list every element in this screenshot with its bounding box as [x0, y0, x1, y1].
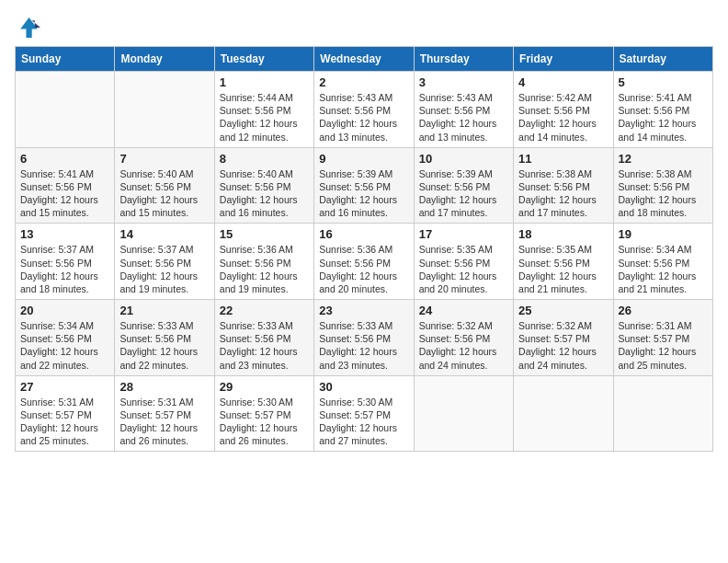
calendar-week-row: 20Sunrise: 5:34 AM Sunset: 5:56 PM Dayli…: [16, 300, 713, 376]
cell-info: Sunrise: 5:37 AM Sunset: 5:56 PM Dayligh…: [20, 243, 109, 295]
day-number: 20: [20, 304, 109, 317]
day-number: 7: [119, 152, 209, 166]
cell-info: Sunrise: 5:43 AM Sunset: 5:56 PM Dayligh…: [419, 91, 508, 144]
day-number: 28: [119, 380, 209, 394]
day-number: 22: [220, 304, 309, 317]
cell-info: Sunrise: 5:31 AM Sunset: 5:57 PM Dayligh…: [119, 396, 209, 448]
cell-info: Sunrise: 5:39 AM Sunset: 5:56 PM Dayligh…: [319, 167, 408, 220]
calendar-cell: 30Sunrise: 5:30 AM Sunset: 5:57 PM Dayli…: [314, 375, 414, 452]
day-number: 23: [319, 304, 408, 317]
cell-info: Sunrise: 5:36 AM Sunset: 5:56 PM Dayligh…: [220, 243, 309, 295]
day-number: 14: [119, 227, 209, 241]
calendar-cell: [514, 375, 613, 452]
calendar-cell: 2Sunrise: 5:43 AM Sunset: 5:56 PM Daylig…: [314, 72, 414, 148]
calendar-cell: 14Sunrise: 5:37 AM Sunset: 5:56 PM Dayli…: [115, 224, 214, 300]
column-header-friday: Friday: [514, 47, 613, 72]
day-number: 4: [518, 75, 608, 89]
calendar-header-row: SundayMondayTuesdayWednesdayThursdayFrid…: [16, 47, 713, 72]
calendar-cell: 22Sunrise: 5:33 AM Sunset: 5:56 PM Dayli…: [214, 300, 313, 376]
calendar-table: SundayMondayTuesdayWednesdayThursdayFrid…: [15, 46, 713, 452]
calendar-cell: 1Sunrise: 5:44 AM Sunset: 5:56 PM Daylig…: [214, 72, 313, 148]
calendar-cell: [115, 72, 214, 148]
day-number: 24: [419, 304, 508, 317]
cell-info: Sunrise: 5:33 AM Sunset: 5:56 PM Dayligh…: [220, 319, 309, 372]
calendar-cell: 21Sunrise: 5:33 AM Sunset: 5:56 PM Dayli…: [115, 300, 214, 376]
day-number: 3: [419, 75, 508, 89]
calendar-cell: 10Sunrise: 5:39 AM Sunset: 5:56 PM Dayli…: [414, 147, 513, 224]
day-number: 1: [220, 75, 309, 89]
cell-info: Sunrise: 5:30 AM Sunset: 5:57 PM Dayligh…: [319, 396, 408, 448]
day-number: 27: [20, 380, 109, 394]
calendar-cell: [414, 375, 513, 452]
calendar-cell: 17Sunrise: 5:35 AM Sunset: 5:56 PM Dayli…: [414, 224, 513, 300]
calendar-cell: 5Sunrise: 5:41 AM Sunset: 5:56 PM Daylig…: [613, 72, 712, 148]
calendar-cell: 9Sunrise: 5:39 AM Sunset: 5:56 PM Daylig…: [314, 147, 414, 224]
column-header-tuesday: Tuesday: [214, 47, 313, 72]
cell-info: Sunrise: 5:32 AM Sunset: 5:56 PM Dayligh…: [419, 319, 508, 372]
column-header-monday: Monday: [115, 47, 214, 72]
day-number: 10: [419, 152, 508, 166]
day-number: 2: [319, 75, 408, 89]
cell-info: Sunrise: 5:34 AM Sunset: 5:56 PM Dayligh…: [619, 243, 708, 295]
day-number: 26: [619, 304, 708, 317]
day-number: 30: [319, 380, 408, 394]
logo: [15, 15, 44, 40]
column-header-sunday: Sunday: [16, 47, 115, 72]
cell-info: Sunrise: 5:41 AM Sunset: 5:56 PM Dayligh…: [619, 91, 708, 144]
cell-info: Sunrise: 5:38 AM Sunset: 5:56 PM Dayligh…: [619, 167, 708, 220]
day-number: 5: [619, 75, 708, 89]
calendar-cell: 20Sunrise: 5:34 AM Sunset: 5:56 PM Dayli…: [16, 300, 115, 376]
cell-info: Sunrise: 5:31 AM Sunset: 5:57 PM Dayligh…: [20, 396, 109, 448]
day-number: 21: [119, 304, 209, 317]
calendar-cell: 28Sunrise: 5:31 AM Sunset: 5:57 PM Dayli…: [115, 375, 214, 452]
day-number: 11: [518, 152, 608, 166]
calendar-cell: 26Sunrise: 5:31 AM Sunset: 5:57 PM Dayli…: [613, 300, 712, 376]
day-number: 6: [20, 152, 109, 166]
cell-info: Sunrise: 5:44 AM Sunset: 5:56 PM Dayligh…: [220, 91, 309, 144]
calendar-cell: 13Sunrise: 5:37 AM Sunset: 5:56 PM Dayli…: [16, 224, 115, 300]
cell-info: Sunrise: 5:40 AM Sunset: 5:56 PM Dayligh…: [220, 167, 309, 220]
column-header-wednesday: Wednesday: [314, 47, 414, 72]
calendar-week-row: 13Sunrise: 5:37 AM Sunset: 5:56 PM Dayli…: [16, 224, 713, 300]
day-number: 18: [518, 227, 608, 241]
calendar-cell: 15Sunrise: 5:36 AM Sunset: 5:56 PM Dayli…: [214, 224, 313, 300]
calendar-cell: 12Sunrise: 5:38 AM Sunset: 5:56 PM Dayli…: [613, 147, 712, 224]
cell-info: Sunrise: 5:38 AM Sunset: 5:56 PM Dayligh…: [518, 167, 608, 220]
day-number: 8: [220, 152, 309, 166]
cell-info: Sunrise: 5:35 AM Sunset: 5:56 PM Dayligh…: [419, 243, 508, 295]
cell-info: Sunrise: 5:40 AM Sunset: 5:56 PM Dayligh…: [119, 167, 209, 220]
calendar-cell: 25Sunrise: 5:32 AM Sunset: 5:57 PM Dayli…: [514, 300, 613, 376]
calendar-week-row: 1Sunrise: 5:44 AM Sunset: 5:56 PM Daylig…: [16, 72, 713, 148]
day-number: 13: [20, 227, 109, 241]
cell-info: Sunrise: 5:31 AM Sunset: 5:57 PM Dayligh…: [619, 319, 708, 372]
calendar-cell: 18Sunrise: 5:35 AM Sunset: 5:56 PM Dayli…: [514, 224, 613, 300]
calendar-cell: 11Sunrise: 5:38 AM Sunset: 5:56 PM Dayli…: [514, 147, 613, 224]
cell-info: Sunrise: 5:39 AM Sunset: 5:56 PM Dayligh…: [419, 167, 508, 220]
cell-info: Sunrise: 5:36 AM Sunset: 5:56 PM Dayligh…: [319, 243, 408, 295]
calendar-week-row: 6Sunrise: 5:41 AM Sunset: 5:56 PM Daylig…: [16, 147, 713, 224]
cell-info: Sunrise: 5:37 AM Sunset: 5:56 PM Dayligh…: [119, 243, 209, 295]
day-number: 12: [619, 152, 708, 166]
calendar-cell: [613, 375, 712, 452]
calendar-cell: 7Sunrise: 5:40 AM Sunset: 5:56 PM Daylig…: [115, 147, 214, 224]
cell-info: Sunrise: 5:42 AM Sunset: 5:56 PM Dayligh…: [518, 91, 608, 144]
page-header: [15, 15, 713, 40]
column-header-thursday: Thursday: [414, 47, 513, 72]
cell-info: Sunrise: 5:34 AM Sunset: 5:56 PM Dayligh…: [20, 319, 109, 372]
calendar-cell: 6Sunrise: 5:41 AM Sunset: 5:56 PM Daylig…: [16, 147, 115, 224]
day-number: 15: [220, 227, 309, 241]
calendar-cell: 16Sunrise: 5:36 AM Sunset: 5:56 PM Dayli…: [314, 224, 414, 300]
day-number: 17: [419, 227, 508, 241]
day-number: 9: [319, 152, 408, 166]
calendar-cell: 8Sunrise: 5:40 AM Sunset: 5:56 PM Daylig…: [214, 147, 313, 224]
cell-info: Sunrise: 5:33 AM Sunset: 5:56 PM Dayligh…: [119, 319, 209, 372]
day-number: 19: [619, 227, 708, 241]
cell-info: Sunrise: 5:35 AM Sunset: 5:56 PM Dayligh…: [518, 243, 608, 295]
cell-info: Sunrise: 5:33 AM Sunset: 5:56 PM Dayligh…: [319, 319, 408, 372]
calendar-cell: 3Sunrise: 5:43 AM Sunset: 5:56 PM Daylig…: [414, 72, 513, 148]
calendar-cell: [16, 72, 115, 148]
calendar-week-row: 27Sunrise: 5:31 AM Sunset: 5:57 PM Dayli…: [16, 375, 713, 452]
calendar-cell: 24Sunrise: 5:32 AM Sunset: 5:56 PM Dayli…: [414, 300, 513, 376]
calendar-cell: 4Sunrise: 5:42 AM Sunset: 5:56 PM Daylig…: [514, 72, 613, 148]
calendar-cell: 29Sunrise: 5:30 AM Sunset: 5:57 PM Dayli…: [214, 375, 313, 452]
